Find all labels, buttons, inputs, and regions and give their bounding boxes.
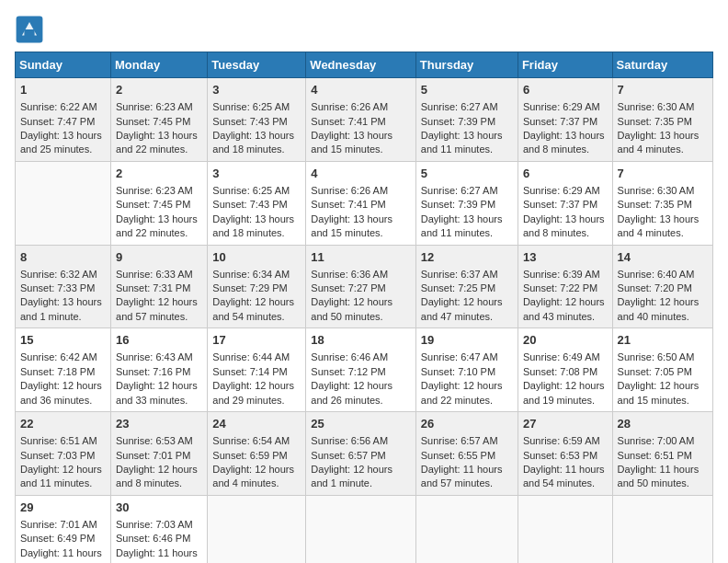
day-number: 28	[618, 416, 708, 432]
day-number: 24	[212, 416, 301, 432]
day-number: 1	[20, 82, 106, 98]
day-number: 21	[618, 332, 708, 349]
calendar-cell	[306, 495, 415, 563]
calendar-cell: 16Sunrise: 6:43 AMSunset: 7:16 PMDayligh…	[111, 328, 208, 412]
day-number: 27	[523, 416, 608, 432]
day-number: 9	[116, 249, 202, 266]
calendar-cell: 7Sunrise: 6:30 AMSunset: 7:35 PMDaylight…	[612, 161, 712, 245]
calendar-cell: 3Sunrise: 6:25 AMSunset: 7:43 PMDaylight…	[208, 78, 306, 162]
calendar-cell: 23Sunrise: 6:53 AMSunset: 7:01 PMDayligh…	[111, 412, 208, 496]
calendar-row: 2Sunrise: 6:23 AMSunset: 7:45 PMDaylight…	[16, 161, 713, 245]
calendar-cell	[16, 161, 111, 245]
day-number: 4	[311, 82, 410, 98]
calendar-cell: 8Sunrise: 6:32 AMSunset: 7:33 PMDaylight…	[16, 245, 111, 328]
calendar-cell: 18Sunrise: 6:46 AMSunset: 7:12 PMDayligh…	[306, 328, 415, 412]
calendar-row: 22Sunrise: 6:51 AMSunset: 7:03 PMDayligh…	[16, 412, 713, 496]
day-number: 25	[311, 416, 410, 432]
day-number: 17	[212, 332, 301, 349]
day-number: 5	[421, 82, 513, 98]
calendar-cell: 11Sunrise: 6:36 AMSunset: 7:27 PMDayligh…	[306, 245, 415, 328]
day-number: 12	[421, 249, 513, 266]
calendar-cell	[208, 495, 306, 563]
calendar-cell: 4Sunrise: 6:26 AMSunset: 7:41 PMDaylight…	[306, 78, 415, 162]
calendar-cell: 12Sunrise: 6:37 AMSunset: 7:25 PMDayligh…	[415, 245, 518, 328]
calendar-cell: 19Sunrise: 6:47 AMSunset: 7:10 PMDayligh…	[415, 328, 518, 412]
col-header-saturday: Saturday	[612, 52, 712, 78]
day-number: 14	[618, 249, 708, 266]
calendar-cell: 6Sunrise: 6:29 AMSunset: 7:37 PMDaylight…	[518, 78, 612, 162]
calendar-cell: 9Sunrise: 6:33 AMSunset: 7:31 PMDaylight…	[111, 245, 208, 328]
calendar-cell: 27Sunrise: 6:59 AMSunset: 6:53 PMDayligh…	[518, 412, 612, 496]
calendar-cell: 5Sunrise: 6:27 AMSunset: 7:39 PMDaylight…	[415, 161, 518, 245]
calendar-cell: 7Sunrise: 6:30 AMSunset: 7:35 PMDaylight…	[612, 78, 712, 162]
calendar-cell: 21Sunrise: 6:50 AMSunset: 7:05 PMDayligh…	[612, 328, 712, 412]
day-number: 8	[20, 249, 106, 266]
day-number: 22	[20, 416, 106, 432]
page-header	[15, 15, 713, 44]
col-header-thursday: Thursday	[415, 52, 518, 78]
day-number: 30	[116, 500, 202, 516]
calendar-row: 1Sunrise: 6:22 AMSunset: 7:47 PMDaylight…	[16, 78, 713, 162]
logo-icon	[15, 15, 44, 44]
calendar-cell: 5Sunrise: 6:27 AMSunset: 7:39 PMDaylight…	[415, 78, 518, 162]
day-number: 23	[116, 416, 202, 432]
calendar-cell: 14Sunrise: 6:40 AMSunset: 7:20 PMDayligh…	[612, 245, 712, 328]
day-number: 11	[311, 249, 410, 266]
calendar-cell: 20Sunrise: 6:49 AMSunset: 7:08 PMDayligh…	[518, 328, 612, 412]
col-header-tuesday: Tuesday	[208, 52, 306, 78]
svg-rect-2	[24, 29, 34, 37]
col-header-sunday: Sunday	[16, 52, 111, 78]
day-number: 6	[523, 82, 608, 98]
day-number: 4	[311, 166, 410, 182]
calendar-cell: 28Sunrise: 7:00 AMSunset: 6:51 PMDayligh…	[612, 412, 712, 496]
col-header-friday: Friday	[518, 52, 612, 78]
day-number: 15	[20, 332, 106, 349]
day-number: 2	[116, 82, 202, 98]
calendar-cell: 22Sunrise: 6:51 AMSunset: 7:03 PMDayligh…	[16, 412, 111, 496]
calendar-cell: 6Sunrise: 6:29 AMSunset: 7:37 PMDaylight…	[518, 161, 612, 245]
calendar-cell	[612, 495, 712, 563]
day-number: 20	[523, 332, 608, 349]
day-number: 3	[212, 82, 301, 98]
calendar-cell: 2Sunrise: 6:23 AMSunset: 7:45 PMDaylight…	[111, 161, 208, 245]
calendar-cell: 2Sunrise: 6:23 AMSunset: 7:45 PMDaylight…	[111, 78, 208, 162]
calendar-cell: 30Sunrise: 7:03 AMSunset: 6:46 PMDayligh…	[111, 495, 208, 563]
day-number: 10	[212, 249, 301, 266]
calendar-row: 8Sunrise: 6:32 AMSunset: 7:33 PMDaylight…	[16, 245, 713, 328]
day-number: 2	[116, 166, 202, 182]
calendar-cell: 15Sunrise: 6:42 AMSunset: 7:18 PMDayligh…	[16, 328, 111, 412]
day-number: 16	[116, 332, 202, 349]
calendar-row: 29Sunrise: 7:01 AMSunset: 6:49 PMDayligh…	[16, 495, 713, 563]
day-number: 6	[523, 166, 608, 182]
calendar-cell: 13Sunrise: 6:39 AMSunset: 7:22 PMDayligh…	[518, 245, 612, 328]
calendar-cell: 26Sunrise: 6:57 AMSunset: 6:55 PMDayligh…	[415, 412, 518, 496]
calendar-cell: 4Sunrise: 6:26 AMSunset: 7:41 PMDaylight…	[306, 161, 415, 245]
day-number: 13	[523, 249, 608, 266]
calendar-cell: 3Sunrise: 6:25 AMSunset: 7:43 PMDaylight…	[208, 161, 306, 245]
calendar-cell	[518, 495, 612, 563]
calendar-cell: 10Sunrise: 6:34 AMSunset: 7:29 PMDayligh…	[208, 245, 306, 328]
calendar-cell: 1Sunrise: 6:22 AMSunset: 7:47 PMDaylight…	[16, 78, 111, 162]
day-number: 26	[421, 416, 513, 432]
calendar-header-row: SundayMondayTuesdayWednesdayThursdayFrid…	[16, 52, 713, 78]
calendar-cell: 17Sunrise: 6:44 AMSunset: 7:14 PMDayligh…	[208, 328, 306, 412]
day-number: 5	[421, 166, 513, 182]
calendar-cell	[415, 495, 518, 563]
calendar-table: SundayMondayTuesdayWednesdayThursdayFrid…	[15, 52, 713, 563]
calendar-cell: 29Sunrise: 7:01 AMSunset: 6:49 PMDayligh…	[16, 495, 111, 563]
day-number: 18	[311, 332, 410, 349]
col-header-monday: Monday	[111, 52, 208, 78]
logo	[15, 15, 48, 44]
day-number: 7	[618, 82, 708, 98]
day-number: 3	[212, 166, 301, 182]
calendar-cell: 24Sunrise: 6:54 AMSunset: 6:59 PMDayligh…	[208, 412, 306, 496]
calendar-row: 15Sunrise: 6:42 AMSunset: 7:18 PMDayligh…	[16, 328, 713, 412]
day-number: 7	[618, 166, 708, 182]
day-number: 19	[421, 332, 513, 349]
calendar-cell: 25Sunrise: 6:56 AMSunset: 6:57 PMDayligh…	[306, 412, 415, 496]
day-number: 29	[20, 500, 106, 516]
col-header-wednesday: Wednesday	[306, 52, 415, 78]
